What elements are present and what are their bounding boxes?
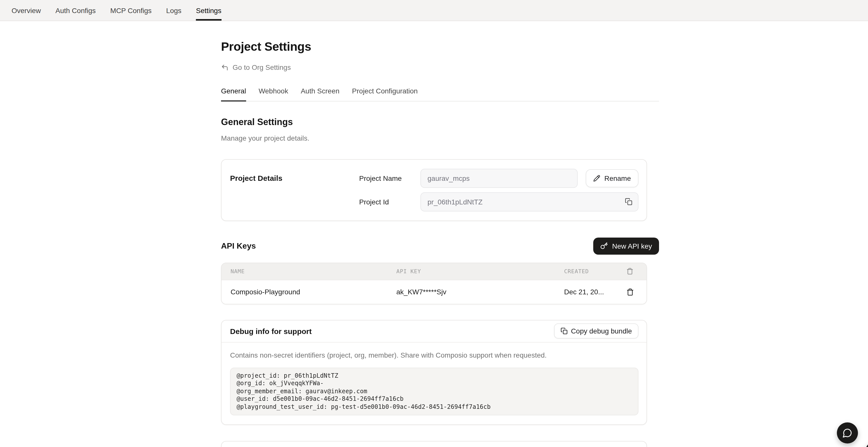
api-keys-heading: API Keys (221, 241, 256, 250)
tab-auth-screen[interactable]: Auth Screen (301, 87, 339, 101)
copy-debug-bundle-button[interactable]: Copy debug bundle (554, 323, 639, 339)
corner-up-left-icon (221, 64, 228, 71)
copy-icon[interactable] (624, 197, 633, 206)
general-settings-heading: General Settings (221, 117, 659, 127)
code-line: @org_member_email: gaurav@inkeep.com (237, 387, 632, 395)
api-keys-table-header: NAME API KEY CREATED (221, 263, 647, 280)
nav-item-logs[interactable]: Logs (166, 0, 182, 21)
top-nav: Overview Auth Configs MCP Configs Logs S… (0, 0, 868, 21)
tab-project-configuration[interactable]: Project Configuration (352, 87, 418, 101)
project-details-card: Project Details Project Name Rename (221, 159, 647, 221)
general-settings-subheading: Manage your project details. (221, 134, 659, 142)
tab-general[interactable]: General (221, 87, 246, 101)
debug-card-body: Contains non-secret identifiers (project… (221, 342, 647, 424)
chat-bubble-icon (842, 428, 852, 438)
code-line: @project_id: pr_06th1pLdNtTZ (237, 372, 632, 380)
nav-item-settings[interactable]: Settings (196, 0, 221, 21)
project-name-row: Project Name Rename (359, 168, 639, 188)
rename-button-label: Rename (604, 174, 631, 182)
debug-info-card: Debug info for support Copy debug bundle… (221, 320, 647, 425)
debug-description: Contains non-secret identifiers (project… (230, 351, 639, 359)
api-keys-header-row: API Keys New API key (221, 237, 659, 254)
nav-item-mcp-configs[interactable]: MCP Configs (110, 0, 151, 21)
pencil-icon (593, 174, 600, 182)
page-title: Project Settings (221, 40, 659, 54)
project-name-label: Project Name (359, 174, 421, 182)
main-content: Project Settings Go to Org Settings Gene… (221, 21, 659, 447)
project-id-label: Project Id (359, 198, 421, 206)
api-key-name: Composio-Playground (230, 288, 396, 296)
new-api-key-label: New API key (612, 242, 652, 250)
settings-tabs: General Webhook Auth Screen Project Conf… (221, 87, 659, 101)
nav-item-auth-configs[interactable]: Auth Configs (56, 0, 96, 21)
back-link-label: Go to Org Settings (232, 63, 291, 71)
nav-item-overview[interactable]: Overview (11, 0, 41, 21)
new-api-key-button[interactable]: New API key (593, 237, 659, 254)
col-header-created: CREATED (564, 268, 620, 275)
col-header-api-key: API KEY (396, 268, 564, 275)
rename-button[interactable]: Rename (586, 169, 639, 187)
code-line: @user_id: d5e001b0-09ac-46d2-8451-2694ff… (237, 395, 632, 403)
chat-fab-button[interactable] (837, 422, 858, 444)
trash-icon[interactable] (620, 288, 640, 295)
debug-code-block: @project_id: pr_06th1pLdNtTZ@org_id: ok_… (230, 368, 639, 415)
key-icon (600, 242, 608, 250)
code-line: @playground_test_user_id: pg-test-d5e001… (237, 403, 632, 411)
project-name-input[interactable] (421, 168, 578, 188)
api-key-created: Dec 21, 20... (564, 288, 620, 296)
corner-fab-button-partial[interactable] (865, 441, 868, 447)
debug-card-header: Debug info for support Copy debug bundle (221, 320, 647, 342)
debug-card-title: Debug info for support (230, 327, 312, 335)
api-key-row: Composio-Playground ak_KW7*****Sjv Dec 2… (221, 280, 647, 304)
copy-icon (560, 327, 567, 334)
project-id-input[interactable] (421, 192, 639, 211)
project-settings-page: Overview Auth Configs MCP Configs Logs S… (0, 0, 868, 447)
copy-debug-bundle-label: Copy debug bundle (571, 327, 632, 335)
project-details-title: Project Details (230, 168, 359, 211)
code-line: @org_id: ok_jVveqqkYFWa- (237, 380, 632, 387)
project-details-fields: Project Name Rename Project Id (359, 168, 639, 211)
trash-icon (620, 268, 640, 275)
project-id-input-wrap (421, 192, 639, 211)
tab-webhook[interactable]: Webhook (259, 87, 288, 101)
next-section-card-partial (221, 441, 647, 447)
api-key-value: ak_KW7*****Sjv (396, 288, 564, 296)
api-keys-table: NAME API KEY CREATED Composio-Playground… (221, 262, 647, 304)
project-id-row: Project Id (359, 192, 639, 211)
col-header-name: NAME (230, 268, 396, 275)
go-to-org-settings-link[interactable]: Go to Org Settings (221, 63, 291, 71)
